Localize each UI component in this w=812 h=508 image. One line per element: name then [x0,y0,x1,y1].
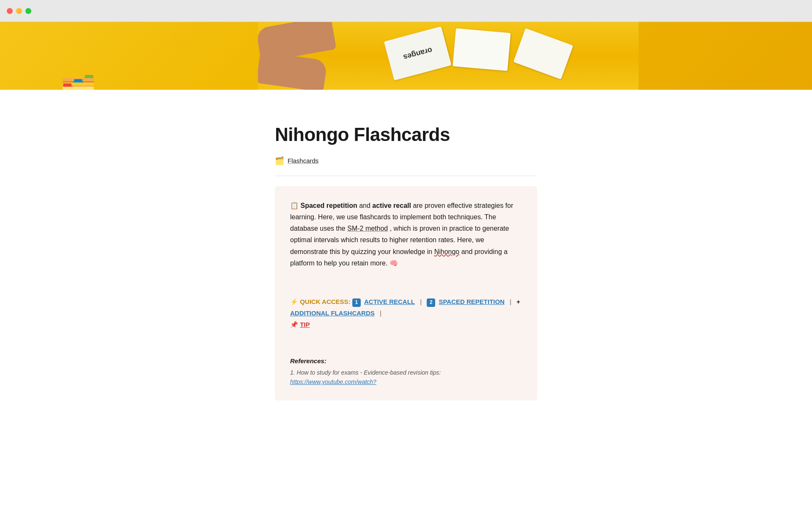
spaced-repetition-bold: Spaced repetition [300,202,357,209]
scroll-area[interactable]: 🗂️ Nihongo Flashcards 🗂️ Flashcards 📋 Sp… [0,22,812,508]
hero-banner: 🗂️ [0,22,812,90]
divider-1: | [420,298,423,305]
flashcard-3 [513,28,573,80]
page-title: Nihongo Flashcards [275,124,537,146]
maximize-button[interactable] [25,8,31,14]
nihongo-underlined: Nihongo [434,248,460,255]
page-content: Nihongo Flashcards 🗂️ Flashcards 📋 Space… [216,90,596,400]
close-button[interactable] [7,8,13,14]
tip-link[interactable]: TIP [300,321,310,328]
active-recall-bold: active recall [372,202,411,209]
link1-number: 1 [352,298,361,307]
link2-number: 2 [427,298,435,307]
breadcrumb: 🗂️ Flashcards [275,153,537,176]
divider-3: | [380,309,381,317]
reference-1-link[interactable]: https://www.youtube.com/watch? [290,378,376,385]
divider-2: | [510,298,513,305]
breadcrumb-label[interactable]: Flashcards [288,157,318,164]
reference-1: 1. How to study for exams - Evidence-bas… [290,368,522,387]
window-chrome [0,0,812,22]
info-text-and: and [359,202,372,209]
info-box: 📋 Spaced repetition and active recall ar… [275,186,537,400]
spacer-2 [290,337,522,351]
active-recall-link[interactable]: ACTIVE RECALL [364,298,415,305]
references-title: References: [290,357,522,364]
hero-visual [85,22,812,90]
flashcard-2 [453,28,510,71]
breadcrumb-icon: 🗂️ [275,156,284,166]
hand-right-shape [258,51,327,90]
reference-1-text: 1. How to study for exams - Evidence-bas… [290,369,441,376]
additional-plus: + [516,298,520,305]
sm2-link[interactable]: SM-2 method [347,225,388,232]
quick-access-label: QUICK ACCESS: [300,298,350,305]
spacer [290,282,522,296]
info-paragraph: 📋 Spaced repetition and active recall ar… [290,200,522,269]
minimize-button[interactable] [16,8,22,14]
additional-flashcards-link[interactable]: ADDITIONAL FLASHCARDS [290,309,375,317]
references-section: References: 1. How to study for exams - … [290,351,522,387]
page-icon: 🗂️ [59,76,97,90]
pin-icon: 📌 [290,321,298,328]
title-area: Nihongo Flashcards [275,90,537,153]
spaced-repetition-link[interactable]: SPACED REPETITION [439,298,505,305]
quick-access-section: ⚡ QUICK ACCESS: 1 ACTIVE RECALL | 2 SPAC… [290,296,522,330]
lightning-icon: ⚡ [290,298,298,305]
flashcard-1 [384,26,452,80]
info-icon: 📋 [290,202,299,209]
